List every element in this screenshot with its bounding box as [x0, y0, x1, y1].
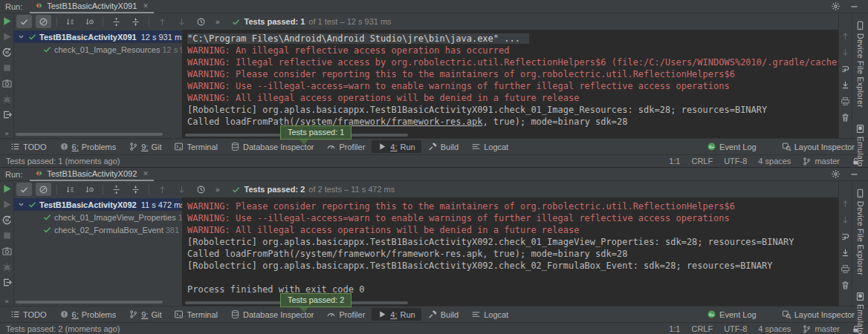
chevron-down-icon[interactable]	[17, 33, 25, 41]
rerun-failed-tests-button[interactable]	[1, 31, 13, 42]
screenshot-button[interactable]	[1, 78, 13, 89]
sort-alphabetically-button[interactable]	[62, 183, 78, 196]
statusbar-item[interactable]: Logcat	[465, 140, 514, 153]
statusbar-item[interactable]: 6: Problems	[54, 308, 123, 321]
show-ignored-button[interactable]	[36, 183, 51, 196]
statusbar-item[interactable]: 9: Git	[123, 308, 167, 321]
rerun-tests-button[interactable]	[1, 16, 13, 27]
tool-button-emulator[interactable]: Emulator	[855, 124, 865, 167]
statusbar-item[interactable]: 6: Problems	[54, 140, 123, 153]
test-summary: Tests passed: 2 of 2 tests – 11 s 472 ms	[231, 185, 395, 194]
sort-duration-icon	[85, 17, 94, 27]
print-button[interactable]	[841, 96, 850, 106]
statusbar-item[interactable]: 9+ Event Log	[701, 140, 762, 153]
more-actions-icon[interactable]: »	[4, 130, 8, 137]
scroll-to-end-button[interactable]	[841, 248, 850, 258]
more-toolbar-icon[interactable]: »	[216, 186, 220, 194]
collapse-all-button[interactable]	[128, 15, 143, 28]
sort-alphabetically-button[interactable]	[62, 15, 78, 28]
more-actions-icon[interactable]: »	[4, 298, 8, 305]
statusbar-item[interactable]: Build	[422, 308, 464, 321]
caret-position[interactable]: 1:1	[669, 157, 680, 166]
sort-by-duration-button[interactable]	[82, 183, 97, 196]
indent-setting[interactable]: 4 spaces	[758, 157, 791, 166]
tool-button-device-file-explorer[interactable]: Device File Explorer	[855, 189, 865, 275]
expand-all-button[interactable]	[108, 183, 124, 196]
statusbar-item[interactable]: Layout Inspector	[776, 140, 861, 153]
next-occurrence-button[interactable]	[841, 48, 850, 57]
ignored-icon	[39, 185, 48, 194]
soft-wrap-button[interactable]	[841, 64, 850, 73]
toggle-auto-test-button[interactable]	[1, 47, 13, 58]
statusbar-item[interactable]: TODO	[4, 140, 53, 153]
statusbar-item[interactable]: Terminal	[168, 308, 224, 321]
show-passed-button[interactable]	[16, 183, 32, 196]
file-encoding[interactable]: UTF-8	[724, 324, 747, 333]
settings-gear-icon[interactable]	[831, 1, 841, 11]
tree-horizontal-scrollbar[interactable]	[16, 301, 163, 304]
statusbar-item[interactable]: Build	[422, 140, 464, 153]
close-tab-icon[interactable]: ✕	[143, 2, 149, 10]
previous-failed-test-button[interactable]	[155, 15, 170, 28]
previous-failed-test-button[interactable]	[155, 183, 170, 196]
test-case-row[interactable]: check_01_ImageView_Properties 11 s 91 ms	[14, 211, 182, 223]
test-case-row[interactable]: check_01_Image_Resources 12 s 931 ms	[14, 43, 182, 56]
previous-occurrence-button[interactable]	[841, 199, 850, 209]
statusbar-item[interactable]: 4: Run	[372, 308, 421, 321]
test-history-button[interactable]	[193, 15, 209, 28]
statusbar-item[interactable]: Terminal	[168, 140, 224, 153]
statusbar-item[interactable]: Logcat	[465, 308, 514, 321]
run-tab[interactable]: TestB1BasicActivityX091 ✕	[30, 0, 154, 13]
screen-record-button[interactable]	[1, 261, 13, 272]
clear-all-button[interactable]	[841, 113, 850, 122]
stop-button[interactable]	[1, 62, 13, 73]
tool-button-device-file-explorer[interactable]: Device File Explorer	[855, 21, 865, 108]
previous-occurrence-button[interactable]	[841, 31, 850, 41]
collapse-all-button[interactable]	[128, 183, 143, 196]
print-button[interactable]	[841, 264, 850, 274]
statusbar-item[interactable]: 4: Run	[372, 140, 421, 153]
import-tests-button[interactable]	[1, 109, 13, 120]
line-separator[interactable]: CRLF	[691, 157, 713, 166]
next-failed-test-button[interactable]	[174, 183, 190, 196]
toggle-auto-test-button[interactable]	[1, 215, 13, 226]
next-occurrence-button[interactable]	[841, 215, 850, 225]
statusbar-item[interactable]: 9+ Event Log	[701, 308, 762, 321]
next-failed-test-button[interactable]	[174, 15, 190, 28]
clear-all-button[interactable]	[841, 281, 850, 290]
statusbar-item[interactable]: TODO	[4, 308, 53, 321]
soft-wrap-button[interactable]	[841, 232, 850, 241]
test-case-row[interactable]: check_02_FormulaBox_Event 381 ms	[14, 223, 182, 236]
test-suite-row[interactable]: TestB1BasicActivityX091 (org.aplas.t 12 …	[14, 30, 182, 43]
tree-horizontal-scrollbar[interactable]	[16, 133, 163, 136]
line-separator[interactable]: CRLF	[691, 324, 713, 333]
screenshot-button[interactable]	[1, 246, 13, 257]
git-branch-widget[interactable]: master	[802, 324, 840, 334]
tool-button-emulator[interactable]: Emulator	[855, 292, 865, 334]
sort-by-duration-button[interactable]	[82, 15, 97, 28]
rerun-failed-tests-button[interactable]	[1, 199, 13, 210]
more-toolbar-icon[interactable]: »	[216, 18, 220, 26]
indent-setting[interactable]: 4 spaces	[758, 324, 791, 333]
hide-window-icon[interactable]	[849, 1, 859, 11]
stop-button[interactable]	[1, 230, 13, 241]
expand-all-button[interactable]	[108, 15, 124, 28]
show-ignored-button[interactable]	[36, 15, 51, 28]
git-branch-widget[interactable]: master	[802, 157, 840, 166]
hide-window-icon[interactable]	[849, 169, 859, 179]
close-tab-icon[interactable]: ✕	[143, 170, 149, 177]
file-encoding[interactable]: UTF-8	[724, 157, 747, 166]
statusbar-item[interactable]: Layout Inspector	[776, 308, 861, 321]
screen-record-button[interactable]	[1, 94, 13, 105]
test-suite-row[interactable]: TestB1BasicActivityX092 (org.aplas.t 11 …	[14, 198, 182, 211]
show-passed-button[interactable]	[16, 15, 32, 28]
run-tab[interactable]: TestB1BasicActivityX092 ✕	[30, 168, 154, 181]
settings-gear-icon[interactable]	[831, 169, 841, 179]
rerun-tests-button[interactable]	[1, 183, 13, 194]
scroll-to-end-button[interactable]	[841, 80, 850, 90]
statusbar-item[interactable]: 9: Git	[123, 140, 167, 153]
chevron-down-icon[interactable]	[17, 200, 25, 209]
import-tests-button[interactable]	[1, 277, 13, 288]
caret-position[interactable]: 1:1	[669, 324, 680, 333]
test-history-button[interactable]	[193, 183, 209, 196]
